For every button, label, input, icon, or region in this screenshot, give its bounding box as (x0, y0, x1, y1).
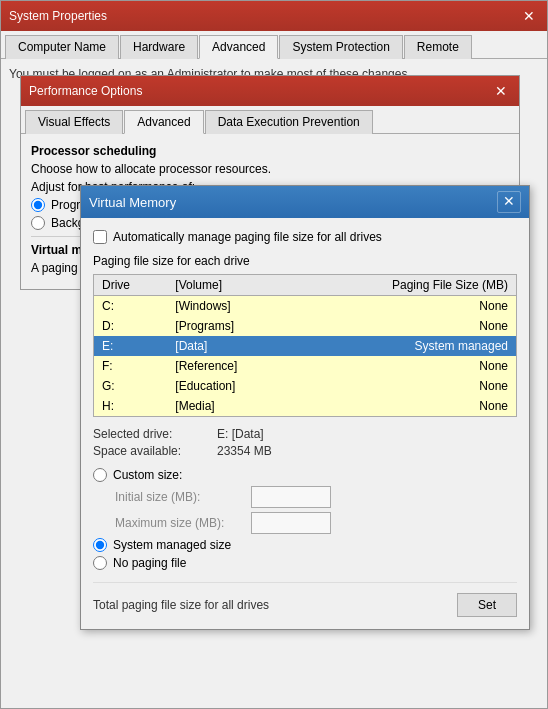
virtual-memory-dialog: Virtual Memory ✕ Automatically manage pa… (80, 185, 530, 630)
drive-volume: [Reference] (167, 356, 296, 376)
drive-volume: [Programs] (167, 316, 296, 336)
drive-paging-size: None (297, 376, 517, 396)
initial-size-input[interactable] (251, 486, 331, 508)
space-available-row: Space available: 23354 MB (93, 444, 517, 458)
virtual-memory-close-button[interactable]: ✕ (497, 191, 521, 213)
set-button[interactable]: Set (457, 593, 517, 617)
drive-paging-size: None (297, 396, 517, 417)
total-paging-label: Total paging file size for all drives (93, 598, 269, 612)
col-volume: [Volume] (167, 275, 296, 296)
custom-size-radio-row: Custom size: (93, 468, 517, 482)
drive-table: Drive [Volume] Paging File Size (MB) C:[… (93, 274, 517, 417)
drive-letter: E: (94, 336, 168, 356)
vm-bottom-row: Total paging file size for all drives Se… (93, 582, 517, 617)
table-row[interactable]: H:[Media]None (94, 396, 517, 417)
table-row[interactable]: D:[Programs]None (94, 316, 517, 336)
system-properties-title: System Properties (9, 9, 107, 23)
drive-volume: [Data] (167, 336, 296, 356)
space-available-value: 23354 MB (217, 444, 272, 458)
space-available-label: Space available: (93, 444, 213, 458)
system-properties-tab-bar: Computer Name Hardware Advanced System P… (1, 31, 547, 59)
selected-drive-label: Selected drive: (93, 427, 213, 441)
max-size-group: Maximum size (MB): (115, 512, 517, 534)
drive-volume: [Windows] (167, 296, 296, 317)
processor-scheduling-label: Processor scheduling (31, 144, 509, 158)
performance-options-titlebar: Performance Options ✕ (21, 76, 519, 106)
size-option-section: Custom size: Initial size (MB): Maximum … (93, 468, 517, 570)
auto-manage-label: Automatically manage paging file size fo… (113, 230, 382, 244)
drive-volume: [Education] (167, 376, 296, 396)
virtual-memory-content: Automatically manage paging file size fo… (81, 218, 529, 629)
drive-paging-size: None (297, 296, 517, 317)
drive-paging-size: None (297, 356, 517, 376)
no-paging-label: No paging file (113, 556, 186, 570)
auto-manage-row: Automatically manage paging file size fo… (93, 230, 517, 244)
drive-letter: C: (94, 296, 168, 317)
performance-options-close-button[interactable]: ✕ (491, 84, 511, 98)
background-radio[interactable] (31, 216, 45, 230)
no-paging-radio[interactable] (93, 556, 107, 570)
custom-size-radio[interactable] (93, 468, 107, 482)
tab-hardware[interactable]: Hardware (120, 35, 198, 59)
performance-options-tab-bar: Visual Effects Advanced Data Execution P… (21, 106, 519, 134)
selected-drive-value: E: [Data] (217, 427, 264, 441)
tab-data-execution-prevention[interactable]: Data Execution Prevention (205, 110, 373, 134)
drive-letter: H: (94, 396, 168, 417)
choose-label: Choose how to allocate processor resourc… (31, 162, 509, 176)
programs-radio[interactable] (31, 198, 45, 212)
system-managed-radio-row: System managed size (93, 538, 517, 552)
virtual-memory-titlebar: Virtual Memory ✕ (81, 186, 529, 218)
auto-manage-checkbox[interactable] (93, 230, 107, 244)
drive-letter: F: (94, 356, 168, 376)
system-managed-radio[interactable] (93, 538, 107, 552)
drive-letter: D: (94, 316, 168, 336)
table-row[interactable]: F:[Reference]None (94, 356, 517, 376)
selected-drive-row: Selected drive: E: [Data] (93, 427, 517, 441)
table-row[interactable]: C:[Windows]None (94, 296, 517, 317)
drive-paging-size: None (297, 316, 517, 336)
tab-system-protection[interactable]: System Protection (279, 35, 402, 59)
virtual-memory-title: Virtual Memory (89, 195, 176, 210)
col-paging: Paging File Size (MB) (297, 275, 517, 296)
tab-perf-advanced[interactable]: Advanced (124, 110, 203, 134)
tab-advanced[interactable]: Advanced (199, 35, 278, 59)
initial-size-group: Initial size (MB): (115, 486, 517, 508)
table-row[interactable]: G:[Education]None (94, 376, 517, 396)
drive-volume: [Media] (167, 396, 296, 417)
system-properties-close-button[interactable]: ✕ (519, 9, 539, 23)
table-row[interactable]: E:[Data]System managed (94, 336, 517, 356)
max-size-input[interactable] (251, 512, 331, 534)
tab-computer-name[interactable]: Computer Name (5, 35, 119, 59)
initial-size-label: Initial size (MB): (115, 490, 245, 504)
max-size-label: Maximum size (MB): (115, 516, 245, 530)
performance-options-title: Performance Options (29, 84, 142, 98)
custom-size-label: Custom size: (113, 468, 182, 482)
no-paging-radio-row: No paging file (93, 556, 517, 570)
drive-letter: G: (94, 376, 168, 396)
col-drive: Drive (94, 275, 168, 296)
info-section: Selected drive: E: [Data] Space availabl… (93, 427, 517, 458)
drive-paging-size: System managed (297, 336, 517, 356)
paging-label: Paging file size for each drive (93, 254, 517, 268)
tab-visual-effects[interactable]: Visual Effects (25, 110, 123, 134)
system-properties-titlebar: System Properties ✕ (1, 1, 547, 31)
tab-remote[interactable]: Remote (404, 35, 472, 59)
system-managed-label: System managed size (113, 538, 231, 552)
